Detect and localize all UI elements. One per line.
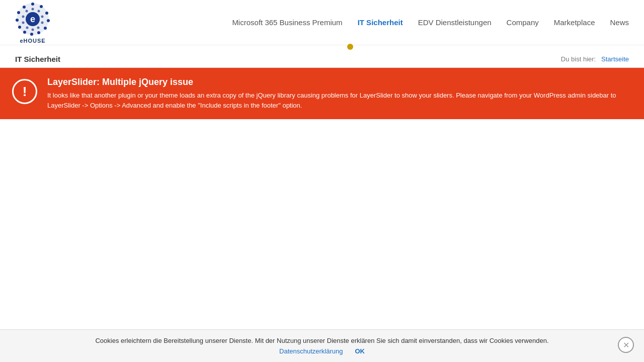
svg-point-11 bbox=[17, 11, 20, 14]
svg-point-9 bbox=[18, 26, 21, 29]
breadcrumb-home-link[interactable]: Startseite bbox=[601, 55, 629, 63]
svg-point-8 bbox=[23, 31, 26, 34]
svg-text:e: e bbox=[30, 14, 35, 24]
nav-item-edv[interactable]: EDV Dienstleistungen bbox=[418, 18, 492, 27]
cookie-close-button[interactable]: ✕ bbox=[618, 337, 634, 353]
alert-banner: ! LayerSlider: Multiple jQuery issue It … bbox=[0, 68, 644, 119]
alert-content: LayerSlider: Multiple jQuery issue It lo… bbox=[47, 77, 632, 110]
cookie-ok-button[interactable]: OK bbox=[355, 347, 365, 355]
svg-point-10 bbox=[16, 19, 19, 22]
svg-point-16 bbox=[41, 21, 44, 24]
cookie-message: Cookies erleichtern die Bereitstellung u… bbox=[95, 337, 548, 344]
logo[interactable]: e eHOUSE bbox=[15, 2, 50, 44]
breadcrumb: Du bist hier: Startseite bbox=[561, 55, 629, 63]
svg-point-6 bbox=[37, 31, 40, 34]
nav-item-microsoft365[interactable]: Microsoft 365 Business Premium bbox=[232, 18, 342, 27]
active-nav-dot bbox=[347, 44, 353, 50]
svg-point-22 bbox=[26, 10, 28, 12]
header: e eHOUSE Microsoft 365 Business Premium … bbox=[0, 0, 644, 45]
breadcrumb-label: Du bist hier: bbox=[561, 55, 596, 63]
main-content bbox=[0, 119, 644, 295]
svg-point-5 bbox=[44, 27, 47, 30]
svg-point-1 bbox=[31, 3, 34, 6]
cookie-links: Datenschutzerklärung OK bbox=[279, 347, 365, 355]
nav-item-news[interactable]: News bbox=[610, 18, 629, 27]
svg-point-13 bbox=[32, 8, 34, 10]
alert-icon: ! bbox=[12, 79, 37, 104]
alert-message: It looks like that another plugin or you… bbox=[47, 90, 632, 110]
alert-title: LayerSlider: Multiple jQuery issue bbox=[47, 77, 632, 87]
breadcrumb-bar: IT Sicherheit Du bist hier: Startseite bbox=[0, 51, 644, 68]
svg-point-2 bbox=[40, 5, 43, 8]
cookie-privacy-link[interactable]: Datenschutzerklärung bbox=[279, 347, 343, 355]
logo-icon: e bbox=[15, 2, 50, 37]
svg-point-14 bbox=[38, 10, 40, 12]
svg-point-15 bbox=[41, 15, 44, 18]
svg-point-17 bbox=[37, 26, 40, 29]
nav-item-company[interactable]: Company bbox=[507, 18, 539, 27]
svg-point-12 bbox=[23, 6, 26, 9]
svg-point-20 bbox=[22, 21, 25, 24]
nav-item-marketplace[interactable]: Marketplace bbox=[554, 18, 595, 27]
svg-point-3 bbox=[45, 12, 48, 15]
svg-point-19 bbox=[26, 26, 29, 29]
page-title: IT Sicherheit bbox=[15, 55, 60, 63]
svg-point-18 bbox=[32, 28, 34, 31]
main-nav: Microsoft 365 Business Premium IT Sicher… bbox=[232, 18, 629, 27]
nav-indicator-row bbox=[0, 43, 644, 51]
cookie-bar: Cookies erleichtern die Bereitstellung u… bbox=[0, 329, 644, 362]
svg-point-7 bbox=[30, 33, 33, 36]
nav-item-it-sicherheit[interactable]: IT Sicherheit bbox=[358, 18, 403, 27]
svg-point-4 bbox=[47, 19, 50, 22]
svg-point-21 bbox=[22, 15, 25, 18]
